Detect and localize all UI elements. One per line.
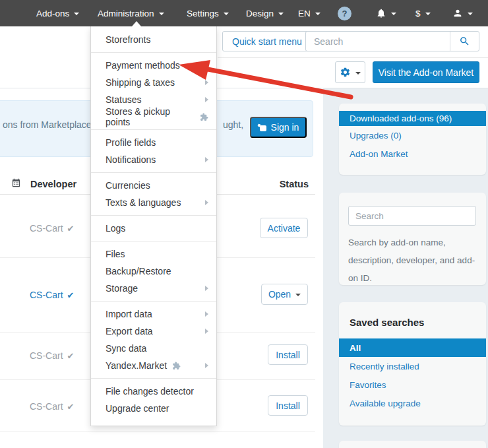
menu-label: Backup/Restore (106, 266, 171, 276)
menu-item-yandex-market[interactable]: Yandex.Market (91, 357, 216, 374)
user-icon (452, 8, 463, 18)
menu-item-profile-fields[interactable]: Profile fields (91, 134, 216, 151)
nav-item-help[interactable]: ? (338, 0, 351, 26)
menu-pointer-caret (132, 21, 141, 26)
column-header-developer[interactable]: Developer (30, 179, 76, 189)
gear-icon (340, 67, 351, 78)
column-header-status[interactable]: Status (257, 179, 309, 189)
chevron-right-icon (205, 329, 208, 334)
search-icon (459, 36, 470, 47)
addon-search-input[interactable] (348, 206, 476, 226)
verified-check-icon: ✔ (67, 402, 75, 412)
nav-label: EN (298, 9, 311, 18)
menu-label: Export data (106, 326, 153, 336)
menu-item-stores-pickup-points[interactable]: Stores & pickup points (91, 108, 216, 125)
chevron-right-icon (205, 157, 208, 162)
menu-label: Payment methods (106, 60, 180, 71)
nav-item-design[interactable]: Design (246, 0, 284, 26)
menu-divider (91, 378, 216, 379)
install-label: Install (276, 400, 300, 411)
verified-check-icon: ✔ (67, 351, 75, 361)
menu-item-payment-methods[interactable]: Payment methods (91, 57, 216, 74)
menu-label: Logs (106, 223, 125, 234)
sign-in-label: Sign in (271, 122, 299, 133)
verified-check-icon: ✔ (67, 290, 75, 300)
chevron-down-icon (74, 13, 79, 15)
menu-label: Upgrade center (106, 403, 169, 414)
chevron-right-icon (205, 311, 208, 317)
menu-item-notifications[interactable]: Notifications (91, 151, 216, 168)
calendar-icon (11, 178, 21, 188)
nav-item-administration[interactable]: Administration (98, 0, 164, 26)
visit-addon-market-button[interactable]: Visit the Add-on Market (373, 61, 479, 83)
addons-nav-panel: Downloaded add-ons (96) Upgrades (0) Add… (339, 104, 486, 175)
menu-divider (91, 241, 216, 241)
search-submit-button[interactable] (450, 32, 479, 51)
banner-text-fragment-left: ons from Marketplace, ra (3, 119, 105, 130)
nav-label: Design (246, 9, 274, 18)
menu-item-file-changes-detector[interactable]: File changes detector (91, 383, 216, 400)
chevron-down-icon (159, 13, 164, 15)
nav-item-notifications[interactable] (376, 0, 396, 26)
available-upgrade-label: Available upgrade (350, 399, 421, 408)
menu-divider (91, 215, 216, 216)
sidebar-item-upgrades[interactable]: Upgrades (0) (339, 126, 486, 144)
saved-search-recently-installed[interactable]: Recently installed (339, 357, 486, 375)
menu-item-logs[interactable]: Logs (91, 220, 216, 237)
saved-searches-title: Saved searches (339, 302, 486, 328)
chevron-down-icon (278, 13, 284, 15)
table-row-developer: CS-Cart✔ (30, 223, 74, 234)
nav-item-currency[interactable]: $ (415, 0, 431, 26)
chevron-down-icon (355, 72, 361, 75)
global-search-box (305, 31, 479, 51)
menu-item-storage[interactable]: Storage (91, 280, 216, 297)
menu-label: Profile fields (106, 137, 156, 148)
menu-item-storefronts[interactable]: Storefronts (91, 31, 216, 48)
menu-item-shipping-taxes[interactable]: Shipping & taxes (91, 74, 216, 91)
menu-item-currencies[interactable]: Currencies (91, 177, 216, 194)
nav-item-language[interactable]: EN (298, 0, 320, 26)
content-top-divider (0, 88, 488, 88)
saved-searches-panel: Saved searches All Recently installed Fa… (339, 302, 486, 426)
administration-dropdown-menu: Storefronts Payment methods Shipping & t… (90, 26, 217, 426)
activate-button[interactable]: Activate (260, 218, 308, 238)
open-button[interactable]: Open (261, 284, 308, 305)
chevron-down-icon (468, 13, 473, 15)
addon-puzzle-icon (172, 362, 181, 370)
menu-item-sync-data[interactable]: Sync data (91, 340, 216, 357)
install-button[interactable]: Install (268, 395, 308, 416)
settings-gear-button[interactable] (335, 61, 365, 83)
menu-item-files[interactable]: Files (91, 245, 216, 263)
menu-item-texts-languages[interactable]: Texts & languages (91, 194, 216, 211)
saved-search-available-upgrade[interactable]: Available upgrade (339, 394, 486, 412)
addon-market-label: Add-on Market (350, 149, 408, 159)
menu-item-import-data[interactable]: Import data (91, 305, 216, 323)
menu-item-export-data[interactable]: Export data (91, 323, 216, 340)
recently-installed-label: Recently installed (350, 362, 419, 371)
partial-panel (339, 441, 486, 448)
sign-in-button[interactable]: Sign in (250, 117, 307, 138)
chevron-right-icon (205, 200, 208, 205)
table-row-developer[interactable]: CS-Cart✔ (30, 290, 74, 300)
saved-search-all[interactable]: All (339, 338, 486, 357)
favorites-label: Favorites (350, 380, 386, 390)
saved-search-favorites[interactable]: Favorites (339, 375, 486, 394)
table-row-developer: CS-Cart✔ (30, 350, 74, 361)
search-input[interactable] (306, 32, 450, 51)
saved-search-all-label: All (350, 343, 361, 353)
nav-item-settings[interactable]: Settings (187, 0, 229, 26)
menu-label: Statuses (106, 94, 141, 105)
dollar-icon: $ (415, 9, 421, 18)
menu-label: File changes detector (106, 386, 194, 397)
nav-item-account[interactable] (452, 0, 473, 26)
menu-item-upgrade-center[interactable]: Upgrade center (91, 400, 216, 417)
sidebar-item-downloaded-addons[interactable]: Downloaded add-ons (96) (339, 111, 486, 126)
menu-divider (91, 301, 216, 302)
install-button[interactable]: Install (268, 344, 308, 365)
chevron-down-icon (425, 13, 431, 15)
menu-item-backup-restore[interactable]: Backup/Restore (91, 263, 216, 280)
table-row-developer: CS-Cart✔ (30, 401, 74, 412)
nav-item-addons[interactable]: Add-ons (36, 0, 79, 26)
sidebar-item-addon-market[interactable]: Add-on Market (339, 144, 486, 163)
downloaded-addons-label: Downloaded add-ons (96) (350, 113, 452, 123)
